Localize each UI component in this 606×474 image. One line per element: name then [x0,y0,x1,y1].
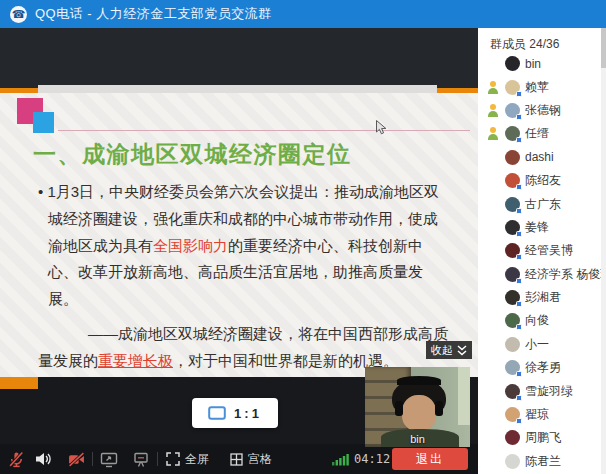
avatar [505,267,520,282]
mobile-badge-icon [516,137,522,143]
screen-share-icon [100,451,118,468]
window-titlebar[interactable]: ☎ QQ电话 - 人力经济金工支部党员交流群 [0,0,606,28]
member-name: 经济学系 杨俊玲 [525,266,606,283]
member-item[interactable]: 彭湘君 [478,286,601,309]
double-chevron-down-icon [457,345,467,356]
member-name: 陈君兰 [525,453,561,470]
mobile-badge-icon [516,301,522,307]
whiteboard-button[interactable] [132,444,150,474]
speaker-icon [34,451,52,467]
collapse-label: 收起 [431,343,453,358]
member-name: 翟琼 [525,406,549,423]
video-name-label: bin [365,433,470,445]
slide-decor-blue-square [33,112,54,133]
mobile-badge-icon [516,114,522,120]
collapse-button[interactable]: 收起 [426,341,472,359]
member-item[interactable]: 徐孝勇 [478,356,601,379]
member-item[interactable]: 经管吴博 [478,239,601,262]
member-item[interactable]: 姜锋 [478,216,601,239]
qq-call-icon: ☎ [10,6,27,23]
speaker-button[interactable] [34,444,52,474]
avatar [505,337,520,352]
microphone-muted-button[interactable] [8,444,25,474]
avatar [505,173,520,188]
member-item[interactable]: 周鹏飞 [478,426,601,449]
avatar [505,103,520,118]
slide-body: • 1月3日，中央财经委员会第六次会议提出：推动成渝地区双城经济圈建设，强化重庆… [38,179,448,375]
person-face [402,395,436,431]
slide-divider-line [58,130,470,131]
monitor-icon [208,406,226,420]
member-name: 雪旋羽绿 [525,383,573,400]
mobile-badge-icon [516,371,522,377]
member-item[interactable]: 翟琼 [478,403,601,426]
grid-view-label: 宫格 [248,451,272,468]
avatar [505,220,520,235]
headset-band [397,376,441,385]
mobile-badge-icon [516,254,522,260]
mobile-badge-icon [516,231,522,237]
member-name: 任缙 [525,125,549,142]
member-name: 向俊 [525,312,549,329]
member-name: 小一 [525,336,549,353]
camera-off-icon [68,451,85,468]
exit-button[interactable]: 退出 [392,448,468,470]
avatar [505,56,520,71]
call-toolbar: 全屏 宫格 04:12 退出 [0,444,478,474]
window-title: QQ电话 - 人力经济金工支部党员交流群 [35,5,272,23]
member-name: 姜锋 [525,219,549,236]
slide-paragraph-1: • 1月3日，中央财经委员会第六次会议提出：推动成渝地区双城经济圈建设，强化重庆… [38,179,448,313]
avatar [505,290,520,305]
member-list: bin 赖苹 张德钢 任缙 dashi [478,52,601,473]
member-item[interactable]: 任缙 [478,122,601,145]
member-item[interactable]: 向俊 [478,309,601,332]
sidebar-scrollbar[interactable] [601,28,606,474]
whiteboard-icon [132,451,150,468]
mobile-badge-icon [516,208,522,214]
call-duration: 04:12 [354,444,390,474]
screen-share-view: 一、成渝地区双城经济圈定位 • 1月3日，中央财经委员会第六次会议提出：推动成渝… [0,28,478,474]
member-item[interactable]: 陈君兰 [478,450,601,473]
fullscreen-button[interactable]: 全屏 [166,444,209,474]
member-item[interactable]: 陈绍友 [478,169,601,192]
avatar [505,407,520,422]
avatar [505,150,520,165]
member-item[interactable]: 小一 [478,333,601,356]
avatar [505,360,520,375]
member-status-person-icon [486,127,500,140]
member-name: 陈绍友 [525,172,561,189]
mobile-badge-icon [516,418,522,424]
screen-share-button[interactable] [100,444,118,474]
slide: 一、成渝地区双城经济圈定位 • 1月3日，中央财经委员会第六次会议提出：推动成渝… [0,93,478,377]
camera-off-button[interactable] [68,444,85,474]
avatar [505,313,520,328]
member-item[interactable]: 赖苹 [478,75,601,98]
grid-icon [230,453,243,466]
member-item[interactable]: 雪旋羽绿 [478,379,601,402]
member-item[interactable]: 经济学系 杨俊玲 [478,263,601,286]
member-name: 古广东 [525,196,561,213]
toolbar-divider [157,452,158,466]
avatar [505,80,520,95]
headset-earcup-left [395,401,403,416]
stage-top-background [0,28,478,93]
member-item[interactable]: 古广东 [478,192,601,215]
slide-title: 一、成渝地区双城经济圈定位 [33,139,352,170]
avatar [505,126,520,141]
headset-earcup-right [435,401,443,416]
member-name: 彭湘君 [525,289,561,306]
member-sidebar: 群成员 24/36 bin 赖苹 张德钢 任缙 [478,28,606,474]
member-item[interactable]: 张德钢 [478,99,601,122]
member-name: 赖苹 [525,79,549,96]
avatar [505,197,520,212]
ratio-1-1-button[interactable]: 1:1 [192,398,278,428]
member-item[interactable]: dashi [478,146,601,169]
scrollbar-thumb[interactable] [601,28,606,68]
avatar [505,384,520,399]
member-item[interactable]: bin [478,52,601,75]
fullscreen-label: 全屏 [185,451,209,468]
grid-view-button[interactable]: 宫格 [230,444,272,474]
self-video[interactable]: bin [365,367,470,447]
member-status-person-icon [486,104,500,117]
mobile-badge-icon [516,91,522,97]
